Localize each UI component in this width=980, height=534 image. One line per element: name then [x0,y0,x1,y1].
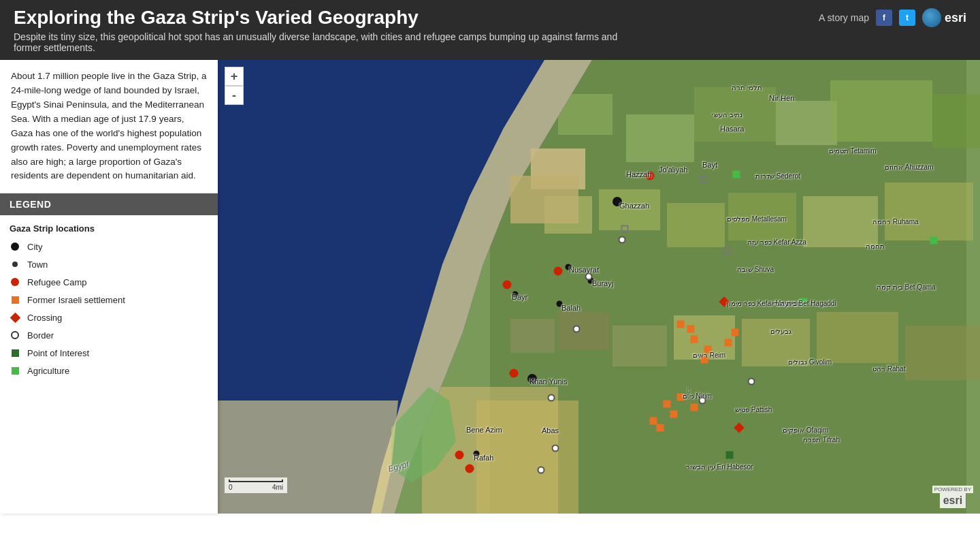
svg-rect-13 [728,193,796,240]
header-right: A story map f t esri [819,8,966,27]
legend-label-crossing: Crossing [27,313,62,323]
header: Exploring the Gaza Strip's Varied Geogra… [0,0,980,60]
legend-label-town: Town [27,260,48,270]
legend-label-settlement: Former Israeli settlement [27,295,125,305]
esri-name: esri [945,11,966,25]
esri-globe-icon [922,8,941,27]
legend-label-agriculture: Agriculture [27,366,69,376]
agriculture-icon [12,367,19,375]
svg-rect-14 [803,196,878,247]
sidebar: About 1.7 million people live in the Gaz… [0,60,218,514]
legend-item-agriculture: Agriculture [0,362,218,379]
zoom-out-button[interactable]: - [225,86,244,105]
sidebar-description: About 1.7 million people live in the Gaz… [0,60,218,193]
legend-label-refugee: Refugee Camp [27,277,86,287]
legend-label-border: Border [27,330,54,341]
poi-symbol [10,347,20,358]
town-icon [12,262,18,267]
svg-rect-15 [885,183,973,240]
svg-rect-29 [510,176,578,223]
legend-label-city: City [27,242,42,252]
legend-item-town: Town [0,255,218,273]
svg-rect-4 [694,87,776,142]
scale-line [229,480,283,482]
header-subtitle: Despite its tiny size, this geopolitical… [14,31,626,53]
powered-by-text: POWERED BY [932,486,973,493]
legend-item-settlement: Former Israeli settlement [0,291,218,309]
story-map-label: A story map [819,12,869,23]
legend-item-crossing: Crossing [0,309,218,326]
svg-rect-24 [905,326,980,380]
facebook-button[interactable]: f [876,10,892,26]
refugee-icon [11,278,19,286]
svg-rect-22 [742,319,810,366]
svg-rect-7 [932,94,980,148]
twitter-button[interactable]: t [899,10,915,26]
esri-text: esri [940,493,966,508]
svg-rect-23 [817,312,898,363]
scale-bar: 0 4mi [225,477,287,493]
legend-item-poi: Point of Interest [0,344,218,362]
refugee-symbol [10,277,20,287]
city-icon [11,242,19,251]
map-svg [218,60,980,514]
svg-rect-5 [776,101,837,145]
zoom-controls: + - [225,67,244,105]
legend-item-city: City [0,238,218,255]
svg-rect-3 [626,114,694,162]
crossing-icon [10,313,20,324]
scale-end: 4mi [272,484,283,491]
city-symbol [10,241,20,252]
border-icon [11,331,19,339]
svg-rect-12 [667,203,725,247]
svg-rect-19 [558,312,609,349]
svg-rect-18 [510,319,555,353]
scale-labels: 0 4mi [229,484,283,491]
settlement-symbol [10,294,20,305]
scale-start: 0 [229,484,233,491]
legend-label-poi: Point of Interest [27,348,89,358]
scale-bar-inner: 0 4mi [229,480,283,491]
crossing-symbol [10,312,20,323]
map-container[interactable]: + - [218,60,980,514]
svg-rect-27 [476,400,578,514]
legend-item-refugee: Refugee Camp [0,273,218,291]
agriculture-symbol [10,365,20,376]
map-background [218,60,980,514]
legend-title: LEGEND [0,193,218,215]
svg-rect-6 [830,80,932,142]
poi-icon [12,349,19,357]
esri-logo: esri [922,8,966,27]
svg-rect-21 [674,315,735,360]
main-content: About 1.7 million people live in the Gaz… [0,60,980,514]
town-symbol [10,259,20,270]
svg-rect-11 [599,189,660,230]
zoom-in-button[interactable]: + [225,67,244,86]
legend: LEGEND Gaza Strip locations City Town Re… [0,193,218,379]
esri-watermark: POWERED BY esri [932,486,973,508]
legend-subtitle: Gaza Strip locations [0,215,218,238]
legend-item-border: Border [0,326,218,344]
border-symbol [10,330,20,341]
settlement-icon [12,296,19,304]
svg-rect-20 [612,326,667,366]
